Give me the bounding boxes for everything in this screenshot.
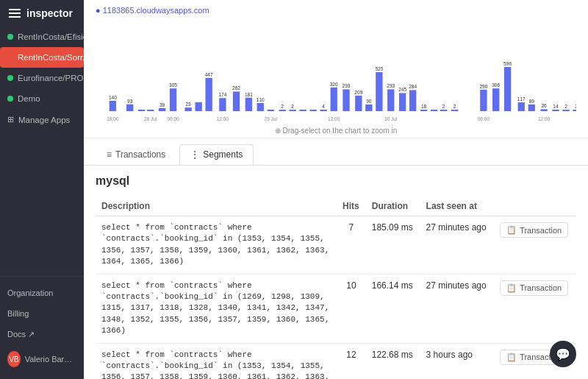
chart-bar[interactable] (480, 90, 487, 111)
status-dot (7, 54, 13, 60)
svg-text:18:00: 18:00 (107, 116, 119, 121)
chart-bar[interactable] (355, 96, 362, 111)
svg-text:39: 39 (159, 102, 165, 107)
table-header-cell: Last seen at (420, 196, 495, 216)
sidebar-item-eurofinance-prod[interactable]: Eurofinance/PROD (0, 68, 84, 88)
chart-bar[interactable] (440, 110, 447, 111)
chart-bar[interactable] (299, 110, 306, 111)
user-name: Valerio Barbera ↺ (25, 355, 76, 364)
chart-bar[interactable] (279, 110, 285, 111)
svg-text:2: 2 (575, 104, 576, 109)
chart-bar[interactable] (219, 98, 226, 111)
transaction-icon: 📋 (506, 225, 517, 235)
svg-text:2: 2 (442, 104, 445, 109)
main-content: 1183865.cloudwaysapps.com 14018:009328 J… (84, 0, 588, 379)
chart-bar[interactable] (376, 72, 382, 111)
chart-bar[interactable] (540, 109, 547, 111)
sidebar-bottom-item-organization[interactable]: Organization (0, 283, 84, 303)
tab-transactions[interactable]: ≡Transactions (96, 144, 176, 165)
chart-bar[interactable] (365, 105, 372, 111)
chart-bar[interactable] (268, 110, 274, 111)
transactions-icon: ≡ (107, 149, 112, 160)
sidebar-bottom-item-docs[interactable]: Docs ↗ (0, 324, 84, 345)
sidebar-item-demo[interactable]: Demo (0, 88, 84, 109)
content-area: mysql DescriptionHitsDurationLast seen a… (84, 166, 588, 379)
svg-text:2: 2 (291, 104, 294, 109)
chart-bar[interactable] (245, 98, 252, 111)
chart-bar[interactable] (320, 110, 327, 111)
sidebar-item-label: Eurofinance/PROD (18, 74, 84, 82)
chart-bar[interactable] (147, 110, 154, 111)
tab-segments[interactable]: ⋮Segments (179, 144, 254, 165)
chart-bar[interactable] (562, 110, 569, 111)
chart-bar[interactable] (184, 107, 191, 111)
chart-bar[interactable] (159, 108, 165, 111)
chart-bar[interactable] (138, 110, 145, 111)
transaction-button[interactable]: 📋Transaction (500, 280, 568, 296)
svg-text:181: 181 (245, 91, 253, 96)
svg-text:06:00: 06:00 (478, 116, 490, 121)
chart-bar[interactable] (170, 88, 176, 111)
query-table: DescriptionHitsDurationLast seen at sele… (96, 196, 576, 379)
sidebar: inspector RentInCosta/EfisioRentInCosta/… (0, 0, 84, 379)
sidebar-item-rentincosta-sorr[interactable]: RentInCosta/Sorr... (0, 47, 84, 68)
chart-bar[interactable] (518, 102, 525, 111)
hits-count: 12 (337, 343, 366, 379)
chart-bar[interactable] (528, 105, 535, 111)
svg-text:93: 93 (127, 99, 132, 104)
chart-bar[interactable] (451, 110, 458, 111)
sidebar-item-rentincosta-efisio[interactable]: RentInCosta/Efisio (0, 26, 84, 47)
chart-bar[interactable] (343, 89, 349, 111)
table-row: select * from `contracts` where `contrac… (96, 216, 576, 274)
user-item[interactable]: VB Valerio Barbera ↺ (0, 345, 84, 373)
table-body: select * from `contracts` where `contrac… (96, 216, 576, 380)
chart-bar[interactable] (331, 88, 337, 111)
sidebar-item-label: RentInCosta/Sorr... (18, 53, 84, 62)
transaction-button[interactable]: 📋Transaction (500, 222, 568, 238)
table-row: select * from `contracts` where `contrac… (96, 343, 576, 379)
svg-text:30 Jul: 30 Jul (384, 116, 398, 121)
svg-text:06:00: 06:00 (167, 116, 179, 121)
chart-bar[interactable] (309, 110, 316, 111)
tab-label: Transactions (115, 149, 165, 160)
chart-bar[interactable] (504, 67, 511, 111)
manage-apps-item[interactable]: ⊞Manage Apps (0, 109, 84, 130)
transaction-label: Transaction (520, 226, 562, 235)
chart-bar[interactable] (257, 103, 264, 111)
chart-bar[interactable] (431, 110, 437, 111)
chart-bar[interactable] (492, 88, 499, 111)
status-dot (7, 75, 13, 81)
svg-text:174: 174 (218, 92, 226, 97)
table-header: DescriptionHitsDurationLast seen at (96, 196, 576, 216)
chart-bar[interactable] (195, 102, 201, 111)
section-title: mysql (96, 174, 576, 188)
chart-bar[interactable] (205, 78, 212, 111)
chart-bar[interactable] (233, 91, 240, 111)
menu-icon[interactable] (9, 9, 21, 18)
chat-button[interactable]: 💬 (550, 341, 576, 367)
query-description: select * from `contracts` where `contrac… (96, 216, 337, 274)
chart-bar[interactable] (409, 90, 416, 111)
sidebar-header[interactable]: inspector (0, 0, 84, 26)
svg-text:26: 26 (541, 103, 546, 108)
chart-bar[interactable] (573, 110, 576, 111)
svg-text:320: 320 (330, 82, 338, 87)
hits-count: 7 (337, 216, 366, 274)
chart-bar[interactable] (289, 110, 295, 111)
svg-text:305: 305 (169, 82, 177, 88)
chart-bar[interactable] (387, 89, 394, 111)
svg-text:2: 2 (564, 104, 567, 109)
chart-bar[interactable] (110, 101, 116, 111)
sidebar-bottom-item-billing[interactable]: Billing (0, 303, 84, 324)
sidebar-bottom: OrganizationBillingDocs ↗ VB Valerio Bar… (0, 276, 84, 379)
svg-text:290: 290 (479, 84, 487, 89)
chart-bar[interactable] (399, 93, 406, 111)
chart-bar[interactable] (420, 110, 427, 111)
table-header-cell: Description (96, 196, 337, 216)
transaction-label: Transaction (520, 283, 562, 292)
table-header-cell (494, 196, 576, 216)
chart-bar[interactable] (552, 110, 559, 111)
svg-text:596: 596 (503, 61, 512, 66)
duration-value: 122.68 ms (366, 343, 420, 379)
chart-bar[interactable] (126, 105, 133, 111)
